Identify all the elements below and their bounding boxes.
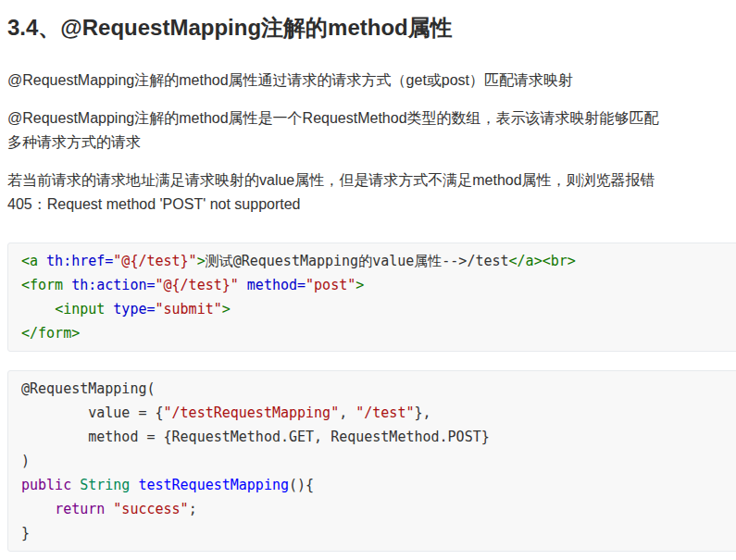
code-line: <input type="submit">	[21, 297, 736, 321]
paragraph-line: @RequestMapping注解的method属性通过请求的请求方式（get或…	[7, 68, 736, 93]
code-token: "success"	[113, 501, 188, 517]
code-token: }	[21, 525, 30, 541]
code-token: },	[414, 404, 430, 421]
code-token	[21, 301, 55, 317]
page-title: 3.4、@RequestMapping注解的method属性	[7, 13, 736, 43]
code-token	[105, 501, 113, 517]
code-token: "/testRequestMapping"	[164, 404, 340, 421]
code-token: "/test"	[356, 404, 414, 421]
code-token: <form	[21, 277, 63, 293]
code-token: return	[55, 501, 105, 517]
code-token: 测试@RequestMapping的value属性-->/test	[206, 253, 509, 269]
paragraph-line: 405：Request method 'POST' not supported	[7, 193, 736, 217]
paragraphs: @RequestMapping注解的method属性通过请求的请求方式（get或…	[7, 68, 736, 217]
code-token	[105, 301, 113, 317]
code-line: <a th:href="@{/test}">测试@RequestMapping的…	[21, 249, 736, 273]
code-line: return "success";	[21, 497, 736, 521]
code-token: "post"	[306, 277, 356, 293]
code-token: type=	[113, 301, 155, 317]
code-token: "@{/test}"	[113, 253, 196, 269]
code-token: public	[21, 477, 71, 493]
code-token: th:action=	[71, 277, 155, 293]
code-token: "submit"	[156, 301, 222, 317]
code-token: @RequestMapping(	[21, 380, 156, 397]
code-token: </a>	[509, 253, 543, 269]
code-token: value = {	[21, 404, 164, 421]
paragraph-line: 若当前请求的请求地址满足请求映射的value属性，但是请求方式不满足method…	[7, 168, 736, 193]
code-token: <a	[21, 253, 38, 269]
code-token: <input	[55, 301, 105, 317]
paragraph-line: 多种请求方式的请求	[7, 131, 736, 155]
code-token	[21, 501, 55, 517]
code-line: method = {RequestMethod.GET, RequestMeth…	[21, 425, 736, 449]
code-token: >	[356, 277, 364, 293]
code-line: }	[21, 521, 736, 545]
paragraph: 若当前请求的请求地址满足请求映射的value属性，但是请求方式不满足method…	[7, 168, 736, 217]
code-token: </form>	[21, 325, 80, 342]
code-token: >	[222, 301, 231, 317]
code-block-html: <a th:href="@{/test}">测试@RequestMapping的…	[7, 243, 736, 352]
code-token	[63, 277, 71, 293]
code-line: public String testRequestMapping(){	[21, 473, 736, 497]
paragraph-line: @RequestMapping注解的method属性是一个RequestMeth…	[7, 106, 736, 131]
code-token: (){	[289, 477, 314, 493]
code-token: ,	[339, 404, 356, 421]
code-line: value = {"/testRequestMapping", "/test"}…	[21, 401, 736, 425]
code-token: >	[197, 253, 206, 269]
code-token: String	[80, 477, 130, 493]
code-token	[71, 477, 80, 493]
code-line: @RequestMapping(	[21, 377, 736, 401]
code-token: method = {RequestMethod.GET, RequestMeth…	[21, 429, 490, 445]
document-content: 3.4、@RequestMapping注解的method属性 @RequestM…	[0, 0, 736, 552]
code-token: th:href=	[46, 253, 113, 269]
code-token	[38, 253, 46, 269]
code-token: testRequestMapping	[138, 477, 289, 493]
code-token: "@{/test}"	[156, 277, 239, 293]
paragraph: @RequestMapping注解的method属性是一个RequestMeth…	[7, 106, 736, 155]
code-token: )	[21, 453, 30, 469]
code-token: method=	[247, 277, 306, 293]
code-block-java: @RequestMapping( value = {"/testRequestM…	[7, 370, 736, 552]
code-line: </form>	[21, 321, 736, 345]
code-token: <br>	[543, 253, 576, 269]
code-line: )	[21, 449, 736, 473]
paragraph: @RequestMapping注解的method属性通过请求的请求方式（get或…	[7, 68, 736, 93]
code-line: <form th:action="@{/test}" method="post"…	[21, 273, 736, 297]
code-token	[239, 277, 247, 293]
code-token: ;	[189, 501, 197, 517]
